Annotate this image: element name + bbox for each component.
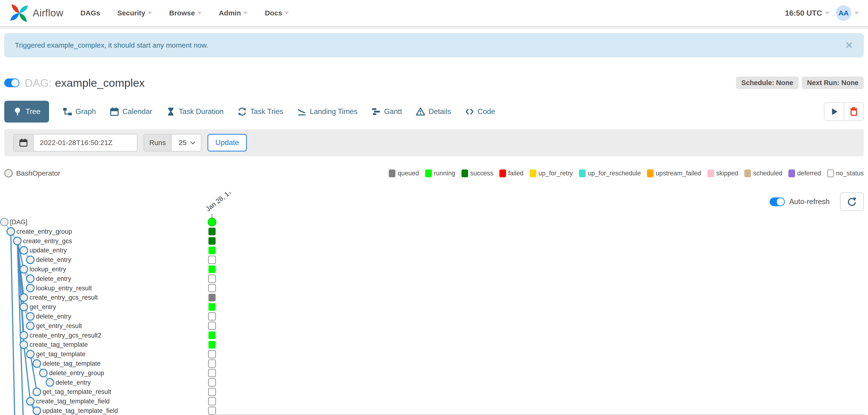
task-label: delete_entry: [36, 275, 71, 282]
task-label: update_tag_template_field: [43, 407, 118, 414]
task-status-square[interactable]: [209, 350, 216, 358]
task-status-square[interactable]: [209, 407, 216, 415]
task-node[interactable]: [13, 237, 21, 245]
legend-item-up_for_reschedule: up_for_reschedule: [579, 170, 641, 177]
task-node[interactable]: [27, 313, 34, 320]
task-node[interactable]: [27, 322, 34, 330]
task-label: update_entry: [30, 247, 67, 254]
tab-tree[interactable]: Tree: [4, 101, 49, 122]
header-badges: Schedule: None Next Run: None: [736, 77, 864, 89]
task-status-square[interactable]: [209, 265, 216, 273]
nav-item-docs[interactable]: Docs: [265, 9, 289, 17]
legend-item-queued: queued: [389, 170, 419, 177]
delete-dag-button[interactable]: [844, 103, 863, 120]
task-status-square[interactable]: [209, 303, 216, 311]
task-status-square[interactable]: [209, 256, 216, 264]
runs-select[interactable]: 25: [172, 135, 201, 151]
close-icon[interactable]: ✕: [845, 40, 853, 50]
task-status-square[interactable]: [209, 313, 216, 320]
task-node[interactable]: [27, 285, 34, 292]
task-status-square[interactable]: [209, 228, 216, 235]
update-button[interactable]: Update: [208, 134, 247, 151]
tab-label: Gantt: [384, 107, 402, 116]
task-label: create_tag_template: [30, 341, 88, 348]
task-status-square[interactable]: [209, 246, 216, 254]
task-status-square[interactable]: [209, 341, 216, 348]
task-status-square[interactable]: [209, 360, 216, 367]
hourglass-icon: [166, 107, 176, 116]
task-node[interactable]: [7, 228, 15, 235]
task-node[interactable]: [20, 246, 28, 254]
tab-graph[interactable]: Graph: [63, 101, 96, 122]
tab-details[interactable]: Details: [416, 101, 451, 122]
runs-label: Runs: [144, 135, 172, 151]
tab-task-tries[interactable]: Task Tries: [237, 101, 283, 122]
task-label: get_entry: [30, 303, 56, 310]
brand[interactable]: Airflow: [9, 3, 63, 23]
nav-item-dags[interactable]: DAGs: [81, 9, 100, 17]
task-status-square[interactable]: [209, 322, 216, 330]
legend-item-scheduled: scheduled: [744, 170, 782, 177]
task-label: create_entry_gcs_result: [30, 294, 98, 301]
task-node[interactable]: [20, 265, 28, 273]
calendar-icon: [110, 107, 119, 116]
task-node[interactable]: [46, 379, 54, 386]
task-node[interactable]: [33, 407, 41, 415]
task-status-square[interactable]: [209, 237, 216, 245]
task-status-square[interactable]: [209, 379, 216, 386]
dag-root-node[interactable]: [0, 218, 8, 226]
run-date-label: Jan 28, 17:50: [205, 192, 241, 213]
legend-item-failed: failed: [499, 170, 524, 177]
clock-menu[interactable]: 16:50 UTC: [785, 9, 830, 18]
alert-message: Triggered example_complex, it should sta…: [15, 41, 208, 49]
retry-icon: [237, 107, 247, 116]
task-node[interactable]: [20, 294, 28, 301]
task-status-square[interactable]: [209, 275, 216, 283]
tree-edge: [11, 232, 15, 415]
task-node[interactable]: [39, 369, 47, 377]
nav-item-admin[interactable]: Admin: [219, 9, 248, 17]
task-node[interactable]: [20, 332, 28, 339]
next-run-badge: Next Run: None: [802, 77, 864, 89]
task-label: get_tag_template_result: [43, 388, 111, 395]
nav-menu: DAGsSecurityBrowseAdminDocs: [81, 9, 289, 17]
dag-pause-toggle[interactable]: [4, 79, 20, 87]
user-menu[interactable]: AA: [836, 5, 859, 21]
tab-gantt[interactable]: Gantt: [371, 101, 402, 122]
tab-task-duration[interactable]: Task Duration: [166, 101, 224, 122]
task-node[interactable]: [27, 350, 34, 358]
task-node[interactable]: [27, 275, 34, 283]
task-node[interactable]: [33, 388, 41, 395]
task-node[interactable]: [27, 256, 34, 264]
tabs: TreeGraphCalendarTask DurationTask Tries…: [4, 101, 495, 122]
runs-group: Runs 25: [144, 134, 202, 151]
task-status-square[interactable]: [209, 294, 216, 301]
task-node[interactable]: [27, 397, 34, 405]
task-status-square[interactable]: [209, 285, 216, 292]
chevron-down-icon: [147, 11, 152, 14]
task-status-square[interactable]: [209, 388, 216, 395]
tab-code[interactable]: Code: [465, 101, 495, 122]
task-label: delete_entry_group: [49, 369, 104, 377]
status-label: running: [434, 170, 455, 177]
base-date-input[interactable]: [34, 135, 137, 151]
tab-landing-times[interactable]: Landing Times: [297, 101, 358, 122]
tab-label: Code: [477, 107, 495, 116]
tab-calendar[interactable]: Calendar: [110, 101, 152, 122]
task-label: delete_tag_template: [43, 360, 101, 367]
task-status-square[interactable]: [209, 332, 216, 339]
legend-item-running: running: [425, 170, 455, 177]
task-status-square[interactable]: [209, 397, 216, 405]
nav-item-security[interactable]: Security: [117, 9, 152, 17]
play-icon: [829, 107, 839, 117]
task-node[interactable]: [33, 360, 41, 367]
task-node[interactable]: [20, 341, 28, 348]
task-node[interactable]: [20, 303, 28, 311]
nav-item-browse[interactable]: Browse: [169, 9, 202, 17]
trigger-dag-button[interactable]: [825, 103, 844, 120]
status-label: queued: [398, 170, 419, 177]
task-status-square[interactable]: [209, 369, 216, 377]
chevron-down-icon: [825, 11, 830, 14]
chevron-down-icon: [854, 11, 859, 14]
dag-run-status-circle[interactable]: [208, 218, 216, 226]
